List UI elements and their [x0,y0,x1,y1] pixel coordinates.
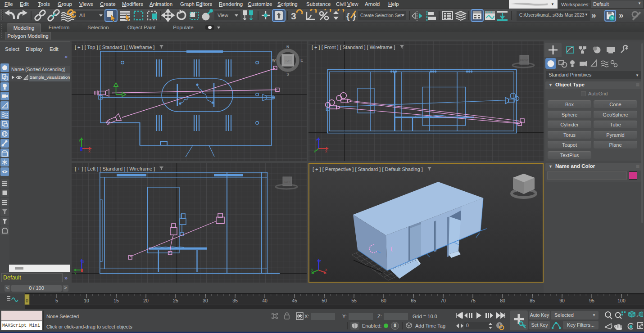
svg-text:35: 35 [232,298,238,303]
svg-text:FRONT: FRONT [520,59,529,62]
svg-text:5: 5 [55,298,58,303]
svg-text:y: y [74,270,77,274]
svg-text:70: 70 [440,298,446,303]
svg-text:TOP: TOP [285,59,290,62]
svg-text:W: W [272,58,276,63]
svg-text:y: y [311,267,313,272]
svg-text:z: z [82,259,85,264]
svg-text:10: 10 [84,298,89,303]
svg-text:90: 90 [559,298,565,303]
svg-text:N: N [286,45,289,49]
svg-text:View: View [218,13,228,18]
svg-text:3: 3 [291,11,296,21]
svg-text:45: 45 [292,298,297,303]
svg-text:y: y [314,149,316,153]
svg-text:z: z [316,138,318,142]
svg-text:Create Selection Set: Create Selection Set [360,13,402,18]
svg-text:55: 55 [351,298,357,303]
svg-text:75: 75 [470,298,476,303]
svg-text:0: 0 [26,298,28,303]
svg-text:60: 60 [381,298,386,303]
svg-text:E: E [300,58,303,63]
svg-text:30: 30 [203,298,208,303]
svg-text:{: { [346,11,349,21]
svg-text:S: S [286,72,289,76]
svg-text:All: All [79,13,85,18]
svg-text:95: 95 [589,298,594,303]
svg-text:y: y [79,138,81,142]
svg-text:x: x [325,149,327,153]
svg-text:40: 40 [262,298,268,303]
svg-text:50: 50 [322,298,327,303]
svg-text:25: 25 [173,298,178,303]
svg-text:20: 20 [143,298,149,303]
svg-text:100: 100 [617,298,626,303]
svg-text:LEFT: LEFT [284,180,290,183]
svg-text:80: 80 [500,298,505,303]
svg-text:x: x [325,267,327,272]
svg-text:85: 85 [530,298,535,303]
svg-text:65: 65 [411,298,416,303]
svg-text:x: x [88,149,91,153]
svg-text:15: 15 [113,298,119,303]
svg-text:z: z [319,259,322,263]
